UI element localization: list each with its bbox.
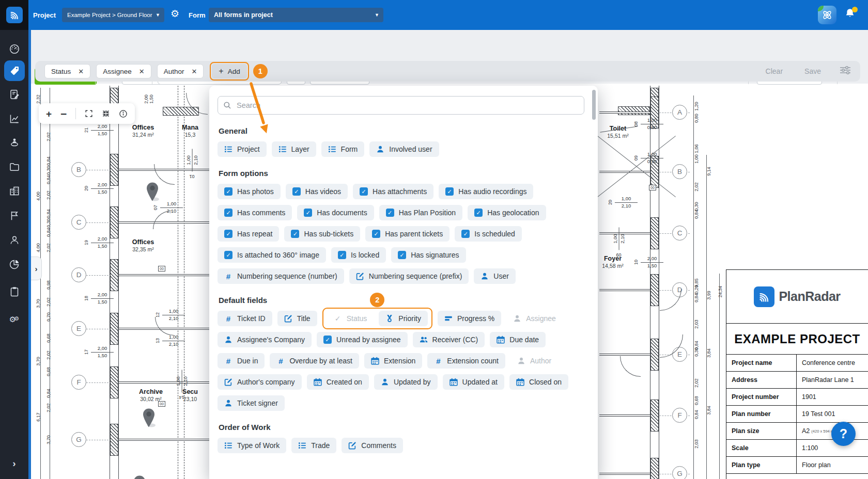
- panel-search-input[interactable]: [236, 101, 579, 110]
- filter-option-closed-on[interactable]: Closed on: [509, 374, 568, 390]
- form-selector[interactable]: All forms in project ▼: [209, 8, 383, 22]
- sidebar-item-documents-folder[interactable]: [4, 156, 25, 177]
- save-filters-button[interactable]: Save: [804, 67, 821, 75]
- filter-option-has-geolocation[interactable]: ✓Has geolocation: [468, 205, 546, 220]
- filter-option-updated-at[interactable]: Updated at: [443, 374, 505, 390]
- notifications-bell-icon[interactable]: [844, 8, 857, 22]
- filter-chip-author[interactable]: Author ✕: [157, 64, 204, 78]
- filter-option-label: Trade: [311, 441, 330, 450]
- wall-hatch: [650, 400, 659, 432]
- filter-option-created-on[interactable]: Created on: [307, 374, 369, 390]
- sidebar-item-forms[interactable]: [4, 84, 25, 105]
- compose-icon: [348, 441, 357, 450]
- filter-option-ticket-signer[interactable]: Ticket signer: [218, 395, 285, 411]
- filter-option-has-plan-position[interactable]: ✓Has Plan Position: [379, 205, 463, 220]
- dimension-pair: 071,002,10: [162, 201, 181, 214]
- filter-option-layer[interactable]: Layer: [272, 141, 316, 157]
- filter-chip-status[interactable]: Status ✕: [44, 64, 90, 78]
- dimension-pair: 212,001,50: [93, 124, 112, 137]
- zoom-in-icon[interactable]: +: [46, 109, 52, 119]
- filter-option-project[interactable]: Project: [218, 141, 267, 157]
- info-icon[interactable]: [119, 109, 128, 118]
- filter-option-numbering-sequence-prefix[interactable]: Numbering sequence (prefix): [349, 268, 469, 284]
- close-icon[interactable]: ✕: [139, 68, 145, 75]
- sidebar-item-contacts[interactable]: [4, 230, 25, 250]
- filter-option-due-in[interactable]: #Due in: [218, 353, 265, 369]
- sidebar-item-tasks-clipboard[interactable]: [4, 281, 25, 302]
- dimension-pair: 192,001,50: [93, 236, 112, 249]
- ticket-pin-marker[interactable]: [145, 182, 160, 202]
- close-icon[interactable]: ✕: [78, 68, 84, 75]
- project-selector[interactable]: Example Project > Ground Floor ▼: [62, 8, 164, 22]
- ticket-pin-marker[interactable]: [132, 475, 147, 479]
- filter-option-type-of-work[interactable]: Type of Work: [218, 438, 286, 453]
- filter-option-user[interactable]: User: [474, 268, 516, 284]
- dimension-label: 0,70: [46, 312, 51, 322]
- sidebar-item-statistics[interactable]: [4, 108, 25, 129]
- sidebar-item-site-plans[interactable]: [4, 132, 25, 152]
- filter-option-title[interactable]: Title: [277, 311, 317, 326]
- help-button[interactable]: ?: [831, 422, 856, 446]
- filter-option-progress[interactable]: Progress %: [438, 311, 501, 326]
- filter-option-numbering-sequence-number[interactable]: #Numbering sequence (number): [218, 268, 344, 284]
- filter-option-involved-user[interactable]: Involved user: [369, 141, 439, 157]
- filter-option-has-documents[interactable]: ✓Has documents: [297, 205, 374, 220]
- filter-option-comments[interactable]: Comments: [342, 438, 403, 453]
- filter-option-priority[interactable]: Priority: [379, 311, 428, 326]
- sidebar-item-companies[interactable]: [4, 181, 25, 201]
- list-icon: [298, 441, 306, 450]
- sidebar-item-settings-gears[interactable]: ⚙⚙: [4, 309, 25, 329]
- zoom-out-icon[interactable]: −: [60, 108, 67, 119]
- filter-chip-assignee[interactable]: Assignee ✕: [96, 64, 151, 78]
- room-label-offices: Offices32,35 m²: [112, 238, 174, 252]
- filter-option-form[interactable]: Form: [321, 141, 365, 157]
- ticket-pin-marker[interactable]: [141, 408, 157, 428]
- filter-option-has-videos[interactable]: ✓Has videos: [286, 184, 348, 199]
- sidebar-item-tickets-tag[interactable]: [4, 60, 25, 81]
- dimension-label: 3,84: [706, 348, 711, 358]
- filter-option-overdue-by-at-least[interactable]: #Overdue by at least: [270, 353, 359, 369]
- wall-hatch: [110, 154, 118, 186]
- close-icon[interactable]: ✕: [191, 68, 197, 75]
- filter-option-due-date[interactable]: Due date: [490, 332, 546, 347]
- fullscreen-icon[interactable]: [85, 109, 93, 118]
- filter-settings-sliders-icon[interactable]: [840, 66, 851, 77]
- filter-option-author-s-company[interactable]: Author's company: [218, 374, 302, 390]
- module-switcher-icon[interactable]: [818, 6, 836, 24]
- filter-option-trade[interactable]: Trade: [291, 438, 336, 453]
- filter-option-has-repeat[interactable]: ✓Has repeat: [218, 226, 279, 242]
- filter-option-is-attached-to-360-image[interactable]: ✓Is attached to 360° image: [218, 247, 326, 263]
- project-settings-gear-icon[interactable]: ⚙: [171, 9, 179, 19]
- filter-option-has-signatures[interactable]: ✓Has signatures: [391, 247, 466, 263]
- filter-option-ticket-id[interactable]: #Ticket ID: [218, 311, 272, 326]
- filter-option-is-locked[interactable]: ✓Is locked: [331, 247, 386, 263]
- plan-title-block: PlanRadar EXAMPLE PROJECT Project nameCo…: [726, 269, 868, 479]
- add-filter-button[interactable]: + Add: [212, 64, 246, 78]
- sidebar-item-reports-flag[interactable]: [4, 205, 25, 226]
- filter-option-assignee-s-company[interactable]: Assignee's Company: [218, 332, 312, 347]
- element-code: 00: [649, 185, 656, 190]
- filter-option-extension-count[interactable]: #Extension count: [427, 353, 505, 369]
- panel-scrollbar[interactable]: [592, 90, 596, 120]
- sidebar-item-dashboard[interactable]: [4, 39, 25, 59]
- filter-option-unread-by-assignee[interactable]: ✓Unread by assignee: [317, 332, 408, 347]
- sidebar-expand-tab[interactable]: ›: [31, 257, 42, 280]
- users-icon: [420, 336, 428, 344]
- fit-to-screen-icon[interactable]: [102, 109, 110, 118]
- filter-option-has-attachments[interactable]: ✓Has attachments: [353, 184, 433, 199]
- filter-option-has-photos[interactable]: ✓Has photos: [218, 184, 281, 199]
- sidebar-item-charts-pie[interactable]: [4, 254, 25, 275]
- filter-option-has-audio-recordings[interactable]: ✓Has audio recordings: [439, 184, 533, 199]
- sidebar-collapse-chevron[interactable]: ›: [4, 453, 25, 474]
- filter-option-has-parent-tickets[interactable]: ✓Has parent tickets: [365, 226, 450, 242]
- checkbox-icon: ✓: [360, 187, 368, 196]
- filter-option-has-sub-tickets[interactable]: ✓Has sub-tickets: [284, 226, 360, 242]
- clear-filters-button[interactable]: Clear: [766, 67, 783, 75]
- filter-option-receiver-cc[interactable]: Receiver (CC): [413, 332, 485, 347]
- filter-option-has-comments[interactable]: ✓Has comments: [218, 205, 292, 220]
- filter-option-extension[interactable]: Extension: [364, 353, 422, 369]
- filter-option-is-scheduled[interactable]: ✓Is scheduled: [455, 226, 522, 242]
- dimension-label: 2,32: [36, 94, 41, 104]
- checkbox-icon: ✓: [474, 209, 483, 217]
- filter-option-updated-by[interactable]: Updated by: [374, 374, 438, 390]
